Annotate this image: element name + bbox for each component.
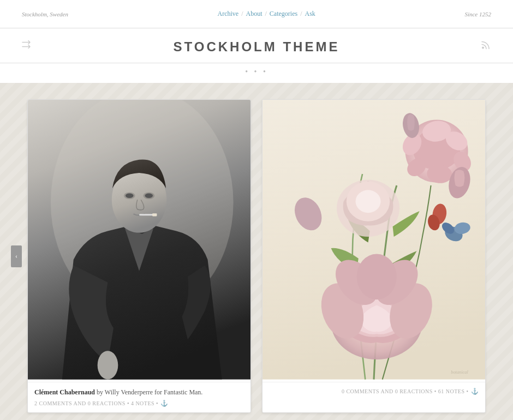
post-image-flowers[interactable]: botanical	[263, 100, 485, 382]
shuffle-icon[interactable]	[22, 40, 34, 51]
nav-sep-2: /	[265, 10, 267, 18]
svg-point-0	[482, 46, 484, 49]
site-location: Stockholm, Sweden	[22, 11, 68, 17]
nav-link-about[interactable]: About	[246, 10, 263, 18]
post-card-1: Clément Chabernaud by Willy Venderperre …	[27, 99, 251, 413]
svg-rect-11	[152, 213, 157, 216]
post-caption-1: Clément Chabernaud by Willy Venderperre …	[34, 388, 244, 397]
svg-point-31	[356, 190, 381, 213]
nav-sep-1: /	[241, 10, 243, 18]
post-image-bw[interactable]	[28, 100, 250, 382]
svg-point-18	[357, 254, 397, 299]
svg-point-3	[98, 351, 118, 379]
chevron-left-icon: ‹	[15, 252, 17, 260]
title-area: STOCKHOLM THEME	[0, 28, 513, 63]
blog-title: STOCKHOLM THEME	[174, 39, 340, 55]
post-stats-row-1: 2 COMMENTS AND 0 REACTIONS • 4 NOTES • ⚓	[34, 400, 244, 407]
post-stats-1: 2 COMMENTS AND 0 REACTIONS • 4 NOTES • ⚓	[34, 400, 169, 407]
svg-text:botanical: botanical	[451, 370, 468, 375]
svg-point-9	[145, 194, 153, 198]
nav-link-archive[interactable]: Archive	[218, 10, 239, 18]
bw-photo-svg	[28, 100, 250, 380]
main-nav: Archive / About / Categories / Ask	[218, 10, 315, 18]
dots-decoration: • • •	[0, 63, 513, 83]
post-caption-bold-1: Clément Chabernaud	[34, 388, 95, 396]
site-header: Stockholm, Sweden Archive / About / Cate…	[0, 0, 513, 28]
nav-sep-3: /	[300, 10, 302, 18]
since-text: Since 1252	[464, 11, 491, 17]
posts-container: ‹	[27, 99, 486, 413]
svg-rect-10	[139, 214, 153, 215]
post-meta-2: 0 COMMENTS AND 0 REACTIONS • 61 NOTES • …	[263, 382, 485, 400]
post-stats-text-1: 2 COMMENTS AND 0 REACTIONS • 4 NOTES •	[34, 400, 158, 406]
permalink-icon-1[interactable]: ⚓	[160, 400, 169, 407]
post-meta-1: Clément Chabernaud by Willy Venderperre …	[28, 382, 250, 413]
content-area: ‹	[0, 83, 513, 420]
post-stats-text-2: 0 COMMENTS AND 0 REACTIONS • 61 NOTES •	[342, 388, 469, 394]
flower-photo-svg: botanical	[263, 100, 485, 380]
permalink-icon-2[interactable]: ⚓	[471, 388, 479, 395]
post-caption-rest-1: by Willy Venderperre for Fantastic Man.	[95, 388, 202, 396]
post-stats-row-2: 0 COMMENTS AND 0 REACTIONS • 61 NOTES • …	[269, 388, 479, 395]
svg-point-8	[126, 194, 134, 198]
rss-icon[interactable]	[481, 39, 491, 52]
scroll-left-button[interactable]: ‹	[11, 245, 22, 267]
post-stats-2: 0 COMMENTS AND 0 REACTIONS • 61 NOTES • …	[269, 388, 479, 395]
post-card-2: botanical 0 COMMENTS AND 0 REACTIONS • 6…	[262, 99, 486, 413]
nav-link-categories[interactable]: Categories	[270, 10, 297, 18]
nav-link-ask[interactable]: Ask	[305, 10, 315, 18]
